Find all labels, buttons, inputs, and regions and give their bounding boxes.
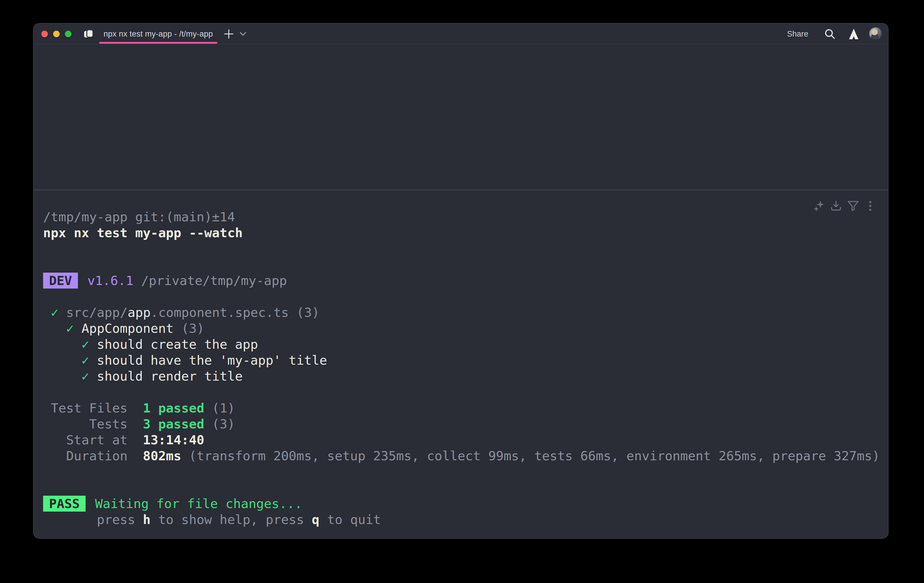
avatar[interactable] bbox=[869, 27, 882, 40]
segment-white: should create the app bbox=[97, 337, 258, 352]
segment-white-bold: 13:14:40 bbox=[143, 433, 204, 447]
segment-dim: (3) bbox=[173, 321, 204, 336]
segment-green-bold: 3 passed bbox=[143, 417, 204, 431]
segment-dim bbox=[43, 353, 81, 367]
segment-dim bbox=[43, 337, 81, 352]
segment-dim bbox=[89, 369, 97, 384]
tab-title: npx nx test my-app - /t/my-app bbox=[104, 29, 213, 38]
terminal-output: /tmp/my-app git:(main)±14npx nx test my-… bbox=[43, 209, 888, 527]
segment-white-bold: q bbox=[312, 512, 319, 527]
summary-tests: Tests 3 passed (3) bbox=[43, 416, 888, 432]
segment-white: should have the 'my-app' title bbox=[97, 353, 327, 367]
segment-dim: (transform 200ms, setup 235ms, collect 9… bbox=[181, 448, 880, 463]
segment-green: ✓ bbox=[81, 337, 89, 352]
segment-white: AppComponent bbox=[81, 321, 173, 336]
segment-dim bbox=[89, 337, 97, 352]
segment-green: ✓ bbox=[51, 305, 58, 320]
test-file-line: ✓ src/app/app.component.spec.ts (3) bbox=[43, 305, 888, 320]
summary-duration: Duration 802ms (transform 200ms, setup 2… bbox=[43, 448, 888, 464]
badge-pass: PASS bbox=[43, 496, 86, 512]
prompt-line: /tmp/my-app git:(main)±14 bbox=[43, 209, 888, 225]
segment-dim bbox=[58, 305, 66, 320]
test-case-line: ✓ should have the 'my-app' title bbox=[43, 352, 888, 368]
ai-sparkles-icon[interactable] bbox=[813, 200, 825, 212]
summary-test-files: Test Files 1 passed (1) bbox=[43, 400, 888, 416]
segment-dim: (3) bbox=[204, 417, 235, 431]
segment-green: ✓ bbox=[66, 321, 74, 336]
blank-line bbox=[43, 288, 888, 305]
active-tab[interactable]: npx nx test my-app - /t/my-app bbox=[99, 24, 217, 44]
segment-dim: /tmp/my-app git:(main)±14 bbox=[43, 209, 235, 224]
segment-dim bbox=[43, 321, 66, 336]
badge-dev: DEV bbox=[43, 273, 78, 288]
chevron-down-icon[interactable] bbox=[239, 30, 246, 37]
segment-dim bbox=[87, 496, 95, 511]
segment-white-bold: 802ms bbox=[143, 448, 181, 463]
blank-line bbox=[43, 464, 888, 480]
warp-logo-icon[interactable] bbox=[848, 28, 860, 40]
segment-cmd: npx nx test my-app --watch bbox=[43, 226, 243, 240]
segment-dim: .component.spec.ts bbox=[150, 305, 289, 320]
segment-dim bbox=[43, 369, 81, 384]
filter-icon[interactable] bbox=[847, 200, 859, 212]
segment-dim: Duration bbox=[43, 448, 143, 463]
search-icon[interactable] bbox=[823, 28, 835, 40]
new-tab-button[interactable] bbox=[223, 28, 234, 39]
segment-dim: /private/tmp/my-app bbox=[134, 273, 287, 288]
segment-dim: (1) bbox=[204, 401, 235, 415]
download-icon[interactable] bbox=[830, 200, 842, 212]
summary-start-at: Start at 13:14:40 bbox=[43, 432, 888, 448]
segment-white: should render title bbox=[97, 369, 243, 384]
pages-icon[interactable] bbox=[84, 30, 93, 38]
command-line: npx nx test my-app --watch bbox=[43, 225, 888, 241]
segment-white-bold: h bbox=[143, 512, 150, 527]
page: npx nx test my-app - /t/my-app Share bbox=[0, 0, 924, 583]
segment-white: app bbox=[127, 305, 150, 320]
blank-line bbox=[43, 257, 888, 273]
traffic-lights bbox=[41, 30, 71, 37]
kebab-menu-icon[interactable] bbox=[865, 200, 876, 212]
test-case-line: ✓ should render title bbox=[43, 368, 888, 384]
segment-dim bbox=[74, 321, 81, 336]
segment-dim bbox=[89, 353, 97, 367]
segment-purple: v1.6.1 bbox=[87, 273, 134, 288]
test-case-line: ✓ should create the app bbox=[43, 336, 888, 352]
share-button[interactable]: Share bbox=[787, 29, 808, 38]
segment-green-bold: 1 passed bbox=[143, 401, 204, 415]
active-tab-indicator bbox=[99, 42, 217, 44]
watch-status-line: PASS Waiting for file changes... bbox=[43, 496, 888, 512]
block-toolbar bbox=[813, 200, 876, 212]
titlebar-right: Share bbox=[787, 27, 882, 40]
blank-line bbox=[43, 241, 888, 257]
segment-dim: press bbox=[43, 512, 143, 527]
blank-line bbox=[43, 480, 888, 496]
test-suite-line: ✓ AppComponent (3) bbox=[43, 320, 888, 336]
segment-dim: Test Files bbox=[43, 401, 143, 415]
segment-green: ✓ bbox=[81, 369, 89, 384]
segment-dim: Tests bbox=[43, 417, 143, 431]
segment-dim bbox=[80, 273, 87, 288]
segment-dim: to show help, press bbox=[150, 512, 312, 527]
scrollback-area bbox=[34, 44, 888, 191]
blank-line bbox=[43, 384, 888, 400]
segment-dim: Start at bbox=[43, 433, 143, 447]
watch-help-line: press h to show help, press q to quit bbox=[43, 512, 888, 527]
segment-dim: to quit bbox=[319, 512, 381, 527]
vite-dev-line: DEV v1.6.1 /private/tmp/my-app bbox=[43, 273, 888, 288]
command-block: /tmp/my-app git:(main)±14npx nx test my-… bbox=[34, 191, 888, 538]
zoom-button[interactable] bbox=[65, 30, 71, 37]
segment-dim: src/app/ bbox=[66, 305, 127, 320]
segment-dim: (3) bbox=[289, 305, 319, 320]
segment-green: ✓ bbox=[81, 353, 89, 367]
close-button[interactable] bbox=[41, 30, 48, 37]
titlebar: npx nx test my-app - /t/my-app Share bbox=[34, 24, 888, 44]
terminal-window: npx nx test my-app - /t/my-app Share bbox=[33, 23, 889, 539]
segment-green: Waiting for file changes... bbox=[95, 496, 302, 511]
minimize-button[interactable] bbox=[53, 30, 59, 37]
segment-dim bbox=[43, 305, 51, 320]
